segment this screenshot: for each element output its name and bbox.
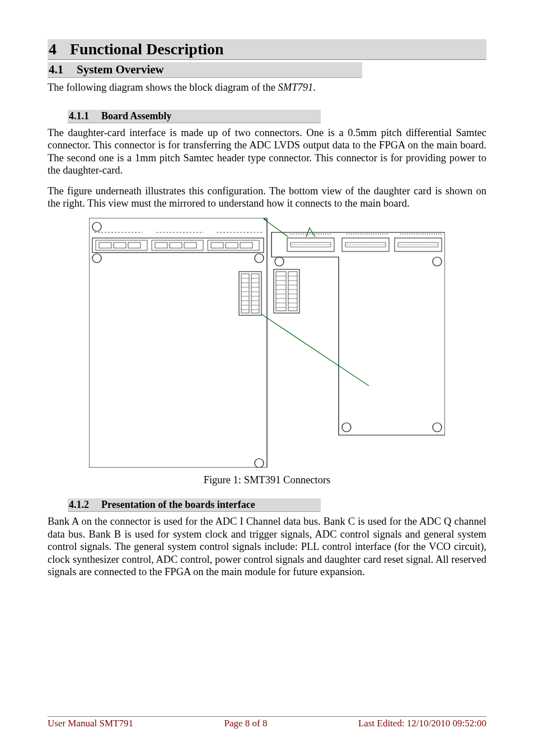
intro-paragraph: The following diagram shows the block di… xyxy=(48,81,486,94)
svg-rect-26 xyxy=(251,274,259,313)
heading-1-number: 4 xyxy=(49,40,70,58)
svg-rect-19 xyxy=(226,242,238,248)
heading-3a-number: 4.1.1 xyxy=(69,110,101,122)
page: 4 Functional Description 4.1 System Over… xyxy=(0,0,534,756)
heading-1-text: Functional Description xyxy=(70,40,224,58)
svg-rect-13 xyxy=(114,242,126,248)
figure-caption: Figure 1: SMT391 Connectors xyxy=(48,474,486,486)
svg-rect-20 xyxy=(240,242,252,248)
figure-smt391-connectors xyxy=(89,218,445,470)
intro-text-c: . xyxy=(313,82,316,93)
assembly-paragraph-2: The figure underneath illustrates this c… xyxy=(48,185,486,210)
assembly-paragraph-1: The daughter-card interface is made up o… xyxy=(48,127,486,177)
heading-3b-text: Presentation of the boards interface xyxy=(101,499,255,511)
heading-3-presentation: 4.1.2 Presentation of the boards interfa… xyxy=(68,498,321,512)
svg-rect-16 xyxy=(170,242,182,248)
svg-rect-60 xyxy=(276,272,286,311)
svg-point-55 xyxy=(275,257,284,266)
heading-1: 4 Functional Description xyxy=(48,39,486,60)
svg-rect-0 xyxy=(89,218,267,468)
heading-2-number: 4.1 xyxy=(49,63,77,77)
intro-text-b: SMT791 xyxy=(278,82,313,93)
svg-rect-12 xyxy=(99,242,111,248)
heading-3-board-assembly: 4.1.1 Board Assembly xyxy=(68,110,321,123)
presentation-paragraph: Bank A on the connector is used for the … xyxy=(48,515,486,578)
svg-rect-17 xyxy=(184,242,196,248)
heading-3b-number: 4.1.2 xyxy=(69,499,101,511)
intro-text-a: The following diagram shows the block di… xyxy=(48,82,278,93)
svg-rect-15 xyxy=(155,242,167,248)
heading-2-text: System Overview xyxy=(77,63,164,77)
svg-rect-14 xyxy=(128,242,140,248)
page-footer: User Manual SMT791 Page 8 of 8 Last Edit… xyxy=(48,716,486,729)
svg-rect-61 xyxy=(288,272,297,311)
board-diagram-svg xyxy=(89,218,445,468)
svg-rect-18 xyxy=(211,242,223,248)
footer-center: Page 8 of 8 xyxy=(224,718,268,729)
footer-left: User Manual SMT791 xyxy=(48,718,133,729)
heading-3a-text: Board Assembly xyxy=(101,110,172,122)
heading-2: 4.1 System Overview xyxy=(48,62,362,78)
footer-right: Last Edited: 12/10/2010 09:52:00 xyxy=(358,718,486,729)
svg-rect-25 xyxy=(241,274,249,313)
